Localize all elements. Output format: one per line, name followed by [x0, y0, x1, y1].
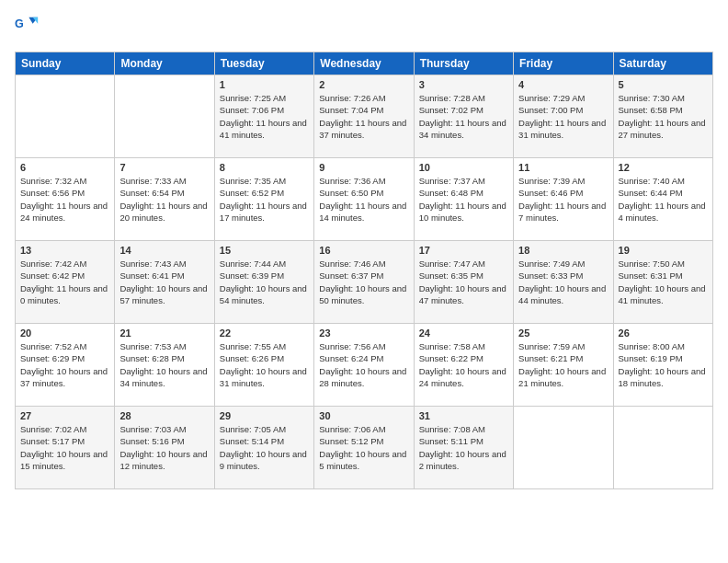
- calendar-cell: 4Sunrise: 7:29 AMSunset: 7:00 PMDaylight…: [514, 75, 613, 158]
- calendar-cell: 28Sunrise: 7:03 AMSunset: 5:16 PMDayligh…: [115, 407, 214, 489]
- calendar-cell: 1Sunrise: 7:25 AMSunset: 7:06 PMDaylight…: [214, 75, 313, 158]
- calendar-cell: 31Sunrise: 7:08 AMSunset: 5:11 PMDayligh…: [414, 407, 513, 489]
- day-info: Sunrise: 7:06 AMSunset: 5:12 PMDaylight:…: [319, 423, 408, 472]
- day-number: 31: [419, 410, 508, 421]
- day-number: 27: [20, 410, 109, 421]
- day-number: 17: [419, 245, 508, 256]
- calendar-cell: 15Sunrise: 7:44 AMSunset: 6:39 PMDayligh…: [214, 241, 313, 324]
- calendar-cell: 2Sunrise: 7:26 AMSunset: 7:04 PMDaylight…: [314, 75, 414, 158]
- header-day-sunday: Sunday: [16, 52, 115, 75]
- day-info: Sunrise: 7:37 AMSunset: 6:48 PMDaylight:…: [419, 175, 508, 224]
- day-number: 1: [220, 79, 309, 90]
- calendar-cell: 11Sunrise: 7:39 AMSunset: 6:46 PMDayligh…: [514, 158, 613, 241]
- day-info: Sunrise: 7:26 AMSunset: 7:04 PMDaylight:…: [319, 92, 408, 141]
- day-info: Sunrise: 7:55 AMSunset: 6:26 PMDaylight:…: [220, 340, 309, 389]
- header-day-thursday: Thursday: [414, 52, 513, 75]
- day-number: 19: [619, 245, 708, 256]
- calendar-cell: 7Sunrise: 7:33 AMSunset: 6:54 PMDaylight…: [115, 158, 214, 241]
- week-row-1: 1Sunrise: 7:25 AMSunset: 7:06 PMDaylight…: [16, 75, 713, 158]
- calendar-cell: 10Sunrise: 7:37 AMSunset: 6:48 PMDayligh…: [414, 158, 513, 241]
- day-number: 25: [518, 327, 608, 339]
- day-info: Sunrise: 7:46 AMSunset: 6:37 PMDaylight:…: [319, 258, 408, 306]
- header-day-monday: Monday: [115, 52, 214, 75]
- calendar-cell: [613, 407, 712, 489]
- calendar-cell: 17Sunrise: 7:47 AMSunset: 6:35 PMDayligh…: [414, 241, 513, 324]
- calendar-cell: 29Sunrise: 7:05 AMSunset: 5:14 PMDayligh…: [214, 407, 313, 489]
- calendar-cell: 23Sunrise: 7:56 AMSunset: 6:24 PMDayligh…: [314, 324, 414, 407]
- calendar-cell: 16Sunrise: 7:46 AMSunset: 6:37 PMDayligh…: [314, 241, 414, 324]
- logo: G: [15, 15, 44, 40]
- logo-icon: G: [15, 15, 40, 40]
- day-number: 7: [119, 162, 209, 173]
- week-row-4: 20Sunrise: 7:52 AMSunset: 6:29 PMDayligh…: [16, 324, 713, 407]
- day-number: 18: [518, 245, 608, 256]
- day-info: Sunrise: 7:56 AMSunset: 6:24 PMDaylight:…: [319, 340, 408, 389]
- day-number: 28: [119, 410, 209, 421]
- day-info: Sunrise: 7:50 AMSunset: 6:31 PMDaylight:…: [619, 258, 708, 306]
- calendar-cell: 25Sunrise: 7:59 AMSunset: 6:21 PMDayligh…: [514, 324, 613, 407]
- day-number: 10: [419, 162, 508, 173]
- day-number: 24: [419, 327, 508, 339]
- calendar-cell: [514, 407, 613, 489]
- day-number: 21: [119, 327, 209, 339]
- day-number: 29: [220, 410, 309, 421]
- day-info: Sunrise: 7:25 AMSunset: 7:06 PMDaylight:…: [220, 92, 309, 141]
- week-row-2: 6Sunrise: 7:32 AMSunset: 6:56 PMDaylight…: [16, 158, 713, 241]
- day-info: Sunrise: 7:58 AMSunset: 6:22 PMDaylight:…: [419, 340, 508, 389]
- day-number: 16: [319, 245, 408, 256]
- day-info: Sunrise: 7:33 AMSunset: 6:54 PMDaylight:…: [119, 175, 209, 224]
- calendar-cell: 5Sunrise: 7:30 AMSunset: 6:58 PMDaylight…: [613, 75, 712, 158]
- calendar-table: SundayMondayTuesdayWednesdayThursdayFrid…: [15, 52, 713, 489]
- day-number: 9: [319, 162, 408, 173]
- calendar-cell: 26Sunrise: 8:00 AMSunset: 6:19 PMDayligh…: [613, 324, 712, 407]
- day-number: 5: [619, 79, 708, 90]
- calendar-cell: 13Sunrise: 7:42 AMSunset: 6:42 PMDayligh…: [16, 241, 115, 324]
- header-day-friday: Friday: [514, 52, 613, 75]
- day-info: Sunrise: 7:30 AMSunset: 6:58 PMDaylight:…: [619, 92, 708, 141]
- day-number: 22: [220, 327, 309, 339]
- day-info: Sunrise: 7:32 AMSunset: 6:56 PMDaylight:…: [20, 175, 109, 224]
- header-day-wednesday: Wednesday: [314, 52, 414, 75]
- day-info: Sunrise: 7:35 AMSunset: 6:52 PMDaylight:…: [220, 175, 309, 224]
- calendar-cell: 20Sunrise: 7:52 AMSunset: 6:29 PMDayligh…: [16, 324, 115, 407]
- day-info: Sunrise: 7:43 AMSunset: 6:41 PMDaylight:…: [119, 258, 209, 306]
- day-info: Sunrise: 7:39 AMSunset: 6:46 PMDaylight:…: [518, 175, 608, 224]
- day-number: 3: [419, 79, 508, 90]
- header-day-saturday: Saturday: [613, 52, 712, 75]
- day-number: 30: [319, 410, 408, 421]
- day-info: Sunrise: 7:53 AMSunset: 6:28 PMDaylight:…: [119, 340, 209, 389]
- calendar-cell: 22Sunrise: 7:55 AMSunset: 6:26 PMDayligh…: [214, 324, 313, 407]
- calendar-cell: 6Sunrise: 7:32 AMSunset: 6:56 PMDaylight…: [16, 158, 115, 241]
- header-day-tuesday: Tuesday: [214, 52, 313, 75]
- calendar-cell: 3Sunrise: 7:28 AMSunset: 7:02 PMDaylight…: [414, 75, 513, 158]
- day-number: 11: [518, 162, 608, 173]
- day-info: Sunrise: 7:42 AMSunset: 6:42 PMDaylight:…: [20, 258, 109, 306]
- day-number: 12: [619, 162, 708, 173]
- day-info: Sunrise: 7:36 AMSunset: 6:50 PMDaylight:…: [319, 175, 408, 224]
- day-number: 8: [220, 162, 309, 173]
- calendar-cell: 24Sunrise: 7:58 AMSunset: 6:22 PMDayligh…: [414, 324, 513, 407]
- day-number: 20: [20, 327, 109, 339]
- calendar-cell: [115, 75, 214, 158]
- calendar-cell: 18Sunrise: 7:49 AMSunset: 6:33 PMDayligh…: [514, 241, 613, 324]
- header-row: SundayMondayTuesdayWednesdayThursdayFrid…: [16, 52, 713, 75]
- calendar-cell: 19Sunrise: 7:50 AMSunset: 6:31 PMDayligh…: [613, 241, 712, 324]
- day-info: Sunrise: 7:28 AMSunset: 7:02 PMDaylight:…: [419, 92, 508, 141]
- day-number: 13: [20, 245, 109, 256]
- calendar-cell: 27Sunrise: 7:02 AMSunset: 5:17 PMDayligh…: [16, 407, 115, 489]
- day-number: 6: [20, 162, 109, 173]
- calendar-cell: 9Sunrise: 7:36 AMSunset: 6:50 PMDaylight…: [314, 158, 414, 241]
- day-info: Sunrise: 7:08 AMSunset: 5:11 PMDaylight:…: [419, 423, 508, 472]
- week-row-3: 13Sunrise: 7:42 AMSunset: 6:42 PMDayligh…: [16, 241, 713, 324]
- week-row-5: 27Sunrise: 7:02 AMSunset: 5:17 PMDayligh…: [16, 407, 713, 489]
- day-info: Sunrise: 7:29 AMSunset: 7:00 PMDaylight:…: [518, 92, 608, 141]
- page-header: G: [15, 15, 713, 40]
- day-info: Sunrise: 7:40 AMSunset: 6:44 PMDaylight:…: [619, 175, 708, 224]
- calendar-cell: 8Sunrise: 7:35 AMSunset: 6:52 PMDaylight…: [214, 158, 313, 241]
- day-info: Sunrise: 7:02 AMSunset: 5:17 PMDaylight:…: [20, 423, 109, 472]
- svg-text:G: G: [15, 17, 24, 30]
- calendar-cell: [16, 75, 115, 158]
- day-info: Sunrise: 7:44 AMSunset: 6:39 PMDaylight:…: [220, 258, 309, 306]
- day-number: 4: [518, 79, 608, 90]
- day-info: Sunrise: 7:05 AMSunset: 5:14 PMDaylight:…: [220, 423, 309, 472]
